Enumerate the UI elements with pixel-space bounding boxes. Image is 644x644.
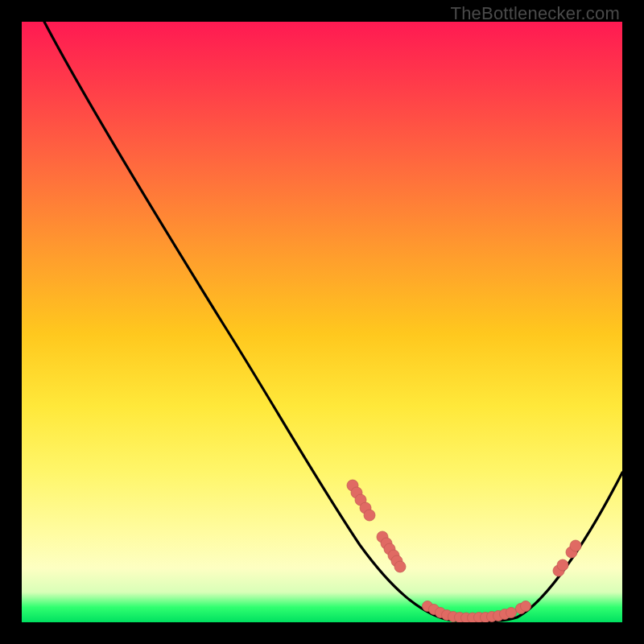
svg-point-28 — [557, 559, 568, 571]
chart-gradient-frame — [22, 22, 622, 622]
svg-point-26 — [521, 601, 531, 612]
bottleneck-curve-path — [44, 22, 622, 621]
svg-point-24 — [506, 608, 517, 618]
svg-point-30 — [570, 540, 581, 551]
svg-point-4 — [364, 510, 375, 521]
svg-point-10 — [394, 561, 406, 572]
marker-dots — [347, 480, 581, 622]
bottleneck-curve-svg — [22, 22, 622, 622]
